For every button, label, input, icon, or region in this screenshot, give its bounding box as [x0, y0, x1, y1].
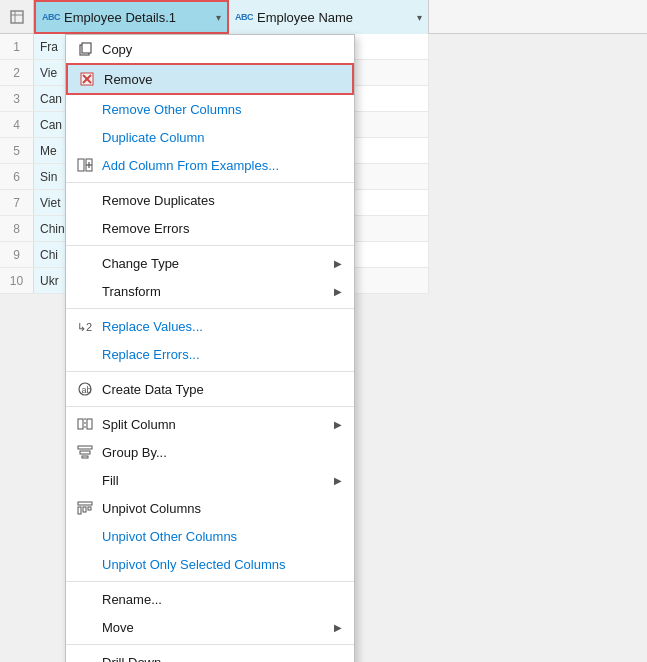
menu-item-remove-other-columns[interactable]: Remove Other Columns [66, 95, 354, 123]
col-dropdown-details[interactable]: ▾ [216, 12, 221, 23]
replace-values-icon: ↳2 [76, 317, 94, 335]
separator-4 [66, 371, 354, 372]
col-dropdown-name[interactable]: ▾ [417, 12, 422, 23]
unpivot-other-icon [76, 527, 94, 545]
col-header-emp-name[interactable]: ABC Employee Name ▾ [229, 0, 429, 34]
header-row: ABC Employee Details.1 ▾ ABC Employee Na… [0, 0, 647, 34]
duplicate-icon [76, 128, 94, 146]
change-type-arrow: ▶ [334, 258, 342, 269]
fill-icon [76, 471, 94, 489]
change-type-icon [76, 254, 94, 272]
remove-errors-label: Remove Errors [102, 221, 189, 236]
menu-item-replace-errors[interactable]: Replace Errors... [66, 340, 354, 368]
col-title-name: Employee Name [257, 10, 413, 25]
col-type-icon-name: ABC [235, 12, 253, 22]
row-num-7: 7 [0, 190, 34, 215]
menu-item-unpivot-other-columns[interactable]: Unpivot Other Columns [66, 522, 354, 550]
split-column-icon [76, 415, 94, 433]
create-data-type-label: Create Data Type [102, 382, 204, 397]
menu-item-change-type[interactable]: Change Type ▶ [66, 249, 354, 277]
menu-item-add-column-examples[interactable]: Add Column From Examples... [66, 151, 354, 179]
menu-item-split-column[interactable]: Split Column ▶ [66, 410, 354, 438]
svg-text:ab: ab [82, 385, 92, 395]
row-num-2: 2 [0, 60, 34, 85]
transform-icon [76, 282, 94, 300]
rename-icon [76, 590, 94, 608]
move-icon [76, 618, 94, 636]
remove-other-columns-label: Remove Other Columns [102, 102, 241, 117]
add-column-icon [76, 156, 94, 174]
separator-2 [66, 245, 354, 246]
svg-rect-0 [11, 11, 23, 23]
replace-errors-label: Replace Errors... [102, 347, 200, 362]
fill-label: Fill [102, 473, 119, 488]
col-title-details: Employee Details.1 [64, 10, 212, 25]
add-column-examples-label: Add Column From Examples... [102, 158, 279, 173]
svg-rect-20 [82, 456, 88, 458]
col-header-emp-details[interactable]: ABC Employee Details.1 ▾ [34, 0, 229, 34]
menu-item-remove[interactable]: Remove [66, 63, 354, 95]
row-num-3: 3 [0, 86, 34, 111]
svg-rect-23 [83, 507, 86, 512]
unpivot-selected-icon [76, 555, 94, 573]
menu-item-copy[interactable]: Copy [66, 35, 354, 63]
svg-rect-8 [78, 159, 84, 171]
rename-label: Rename... [102, 592, 162, 607]
row-num-1: 1 [0, 34, 34, 59]
separator-5 [66, 406, 354, 407]
create-data-type-icon: ab [76, 380, 94, 398]
menu-item-transform[interactable]: Transform ▶ [66, 277, 354, 305]
menu-item-rename[interactable]: Rename... [66, 585, 354, 613]
row-num-8: 8 [0, 216, 34, 241]
svg-rect-24 [88, 507, 91, 510]
table-icon [10, 10, 24, 24]
replace-values-label: Replace Values... [102, 319, 203, 334]
copy-icon [76, 40, 94, 58]
remove-label: Remove [104, 72, 152, 87]
row-num-header [0, 0, 34, 33]
svg-rect-16 [87, 419, 92, 429]
replace-errors-icon [76, 345, 94, 363]
transform-arrow: ▶ [334, 286, 342, 297]
svg-text:↳2: ↳2 [77, 321, 92, 333]
row-num-9: 9 [0, 242, 34, 267]
unpivot-icon [76, 499, 94, 517]
menu-item-duplicate-column[interactable]: Duplicate Column [66, 123, 354, 151]
row-num-10: 10 [0, 268, 34, 293]
menu-item-remove-errors[interactable]: Remove Errors [66, 214, 354, 242]
menu-item-move[interactable]: Move ▶ [66, 613, 354, 641]
split-column-label: Split Column [102, 417, 176, 432]
svg-rect-15 [78, 419, 83, 429]
svg-rect-18 [78, 446, 92, 449]
group-by-icon [76, 443, 94, 461]
split-column-arrow: ▶ [334, 419, 342, 430]
remove-duplicates-label: Remove Duplicates [102, 193, 215, 208]
row-num-6: 6 [0, 164, 34, 189]
main-container: ABC Employee Details.1 ▾ ABC Employee Na… [0, 0, 647, 662]
unpivot-other-columns-label: Unpivot Other Columns [102, 529, 237, 544]
menu-item-unpivot-only-selected[interactable]: Unpivot Only Selected Columns [66, 550, 354, 578]
menu-item-remove-duplicates[interactable]: Remove Duplicates [66, 186, 354, 214]
move-arrow: ▶ [334, 622, 342, 633]
menu-item-unpivot-columns[interactable]: Unpivot Columns [66, 494, 354, 522]
row-num-4: 4 [0, 112, 34, 137]
menu-item-drill-down[interactable]: Drill Down [66, 648, 354, 662]
menu-item-replace-values[interactable]: ↳2 Replace Values... [66, 312, 354, 340]
duplicate-column-label: Duplicate Column [102, 130, 205, 145]
unpivot-columns-label: Unpivot Columns [102, 501, 201, 516]
menu-item-group-by[interactable]: Group By... [66, 438, 354, 466]
drill-down-label: Drill Down [102, 655, 161, 663]
remove-other-icon [76, 100, 94, 118]
remove-duplicates-icon [76, 191, 94, 209]
drill-down-icon [76, 653, 94, 662]
copy-label: Copy [102, 42, 132, 57]
menu-item-create-data-type[interactable]: ab Create Data Type [66, 375, 354, 403]
fill-arrow: ▶ [334, 475, 342, 486]
transform-label: Transform [102, 284, 161, 299]
group-by-label: Group By... [102, 445, 167, 460]
unpivot-only-selected-label: Unpivot Only Selected Columns [102, 557, 286, 572]
svg-rect-19 [80, 451, 90, 454]
remove-icon [78, 70, 96, 88]
remove-errors-icon [76, 219, 94, 237]
menu-item-fill[interactable]: Fill ▶ [66, 466, 354, 494]
